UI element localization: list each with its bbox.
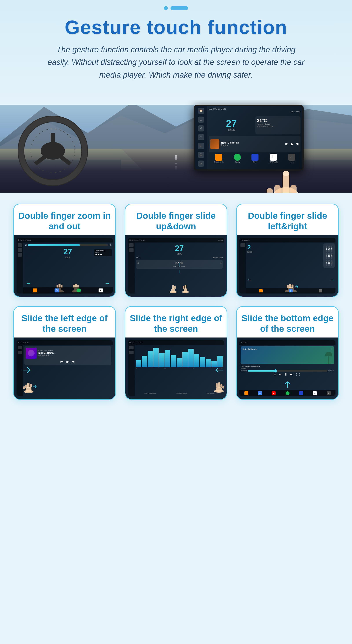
screen-app-spotify: Spotify	[234, 154, 241, 168]
key-9: 9	[331, 260, 332, 266]
be-artist2: Eagles	[241, 367, 334, 369]
screen-temp: 31°C	[257, 118, 299, 123]
feature-card-bottomedge: Slide the bottom edge of the screen 09:0…	[236, 306, 339, 400]
le-device-label: OPPO Find X5 Pro	[38, 350, 55, 352]
screen-refresh-icon: ↺	[198, 125, 204, 132]
zoom-vol-bar	[28, 244, 108, 246]
re-sb-1	[129, 346, 134, 349]
le-swipe-arrow	[22, 361, 33, 380]
screen-date: 2023-06-12 MON	[209, 108, 254, 115]
key-6: 6	[331, 253, 332, 259]
feature-screen-rightedge: 12.0V 12.08 7	[125, 338, 227, 399]
feature-card-rightedge: Slide the right edge of the screen 12.0V…	[125, 306, 227, 400]
svg-rect-43	[183, 286, 184, 289]
zoom-g-label: G	[55, 288, 59, 292]
leftedge-screen-mock: 2023-06-12	[17, 340, 113, 396]
car-interior: 🏠 ▲ ↺ :: 📞 🎧 ⚙ 2023-06-12 MON	[0, 100, 352, 192]
be-heart-icon: ♡	[330, 348, 332, 350]
feature-screen-leftright: 2023-06-12 2 KM/h	[237, 235, 338, 296]
zoom-hotel-title: Hotel Californ...	[95, 250, 111, 252]
key-3: 3	[331, 246, 332, 252]
leftright-main: 2 KM/h 1 2 3 4 5	[246, 242, 335, 294]
zoom-arrow-right: →	[104, 280, 110, 287]
lr-sb-1	[240, 244, 245, 247]
be-app-zlink	[299, 391, 303, 395]
features-section: Double finger zoom in and out Slide 12 M…	[0, 192, 352, 420]
be-time-total: 00:07:12	[328, 370, 334, 372]
steering-wheel-area	[18, 116, 88, 186]
be-app-here: H	[313, 391, 317, 395]
svg-rect-52	[30, 384, 32, 388]
be-song-name: Hotel California	[242, 348, 257, 350]
svg-rect-22	[290, 185, 296, 192]
feature-screen-bottomedge: 09:04	[237, 338, 338, 399]
updown-sb-2	[129, 248, 134, 252]
le-main: OPPO Find X5 Pro Take Me Home... 小野绿莎 (小…	[23, 345, 113, 396]
svg-rect-58	[216, 383, 218, 387]
screen-time: 09:04	[295, 110, 300, 112]
screen-app-label-2: Spotify	[235, 161, 240, 163]
zoom-header: Slide 12 MON	[17, 238, 113, 242]
svg-rect-60	[222, 386, 224, 388]
zoom-hotel-controls: ⏮ ▶ ⏭	[95, 253, 111, 256]
lr-app-1	[259, 289, 263, 292]
screen-date-text: 2023-06-12 MON	[209, 108, 254, 110]
be-app-yt: ▶	[272, 391, 276, 395]
screen-weather: 31°C Baolan District 2023-06-12 Monday	[255, 116, 301, 134]
re-eq-labels: 60 250 4k 16k	[136, 368, 223, 370]
feature-title-zoom: Double finger zoom in and out	[14, 204, 115, 235]
be-playback: ☰ ⏮ ⏸ ⏭ ⋮⋮	[241, 372, 334, 376]
zoom-hotel-next: ⏭	[100, 253, 102, 256]
updown-hands	[168, 283, 190, 293]
lr-keypad-grid: 1 2 3 4 5 6 7 8 9	[324, 244, 334, 267]
svg-rect-41	[184, 288, 187, 292]
be-more-icon: ⋮⋮	[295, 372, 301, 376]
lr-speed-unit: KM/h	[247, 251, 334, 253]
key-2: 2	[328, 246, 330, 252]
le-sb-1	[18, 346, 22, 349]
le-header-dot	[18, 342, 19, 343]
re-label-low: 60	[136, 368, 138, 370]
updown-screen-mock: 2023-06-12 MON 09:34 27	[128, 238, 224, 294]
re-sound-field: Sound field setting	[176, 393, 187, 394]
zoom-screen-mock: Slide 12 MON	[17, 238, 113, 294]
re-eq-2	[142, 356, 147, 367]
updown-arrow-down: ↓	[178, 268, 181, 274]
svg-rect-37	[171, 288, 175, 292]
be-progress-bar	[248, 370, 327, 372]
bottom-padding	[0, 420, 352, 433]
le-hand	[23, 380, 37, 394]
le-sb-2	[18, 351, 22, 354]
feature-screen-zoom: Slide 12 MON	[14, 235, 115, 296]
re-eq-12	[200, 357, 205, 367]
feature-card-leftedge: Slide the left edge of the screen 2023-0…	[13, 306, 116, 400]
zoom-date-label: Slide 12 MON	[20, 239, 31, 241]
be-progress-fill	[248, 370, 276, 372]
svg-rect-46	[289, 284, 291, 288]
be-app-g: G	[258, 391, 262, 395]
feature-title-rightedge: Slide the right edge of the screen	[125, 307, 227, 338]
be-next-icon: ⏭	[290, 372, 293, 376]
zoom-speed-unit: KM/h	[25, 256, 111, 259]
zoom-app-bar: G H	[23, 287, 113, 294]
zoom-app-1	[33, 288, 37, 292]
re-eq-7	[171, 355, 176, 367]
be-body: Hotel California ♡ The Very Best of Eagl…	[239, 345, 335, 396]
be-plus-text: +	[328, 392, 329, 394]
be-header-time: 09:04	[243, 342, 247, 344]
zoom-here-label: H	[100, 290, 101, 291]
be-yt-text: ▶	[273, 392, 274, 394]
lr-arrow-right: →	[330, 277, 335, 282]
be-progress-row: 00:03:29 00:07:12	[241, 370, 334, 372]
le-song-info: OPPO Find X5 Pro Take Me Home... 小野绿莎 (小…	[38, 350, 55, 357]
updown-speed-unit: KM/h	[136, 253, 223, 256]
key-5: 5	[328, 253, 330, 259]
screen-speed-unit: KM/h	[228, 128, 235, 132]
feature-card-leftright: Double finger slide left&right 2023-06-1…	[236, 204, 339, 297]
screen-nav-icon: ▲	[198, 116, 204, 123]
re-eq-9	[182, 352, 188, 367]
re-bass-enhance: Bass Enhancement	[145, 393, 156, 394]
leftedge-body: OPPO Find X5 Pro Take Me Home... 小野绿莎 (小…	[17, 345, 113, 396]
svg-rect-24	[267, 188, 273, 192]
updown-header-dot	[129, 240, 131, 241]
